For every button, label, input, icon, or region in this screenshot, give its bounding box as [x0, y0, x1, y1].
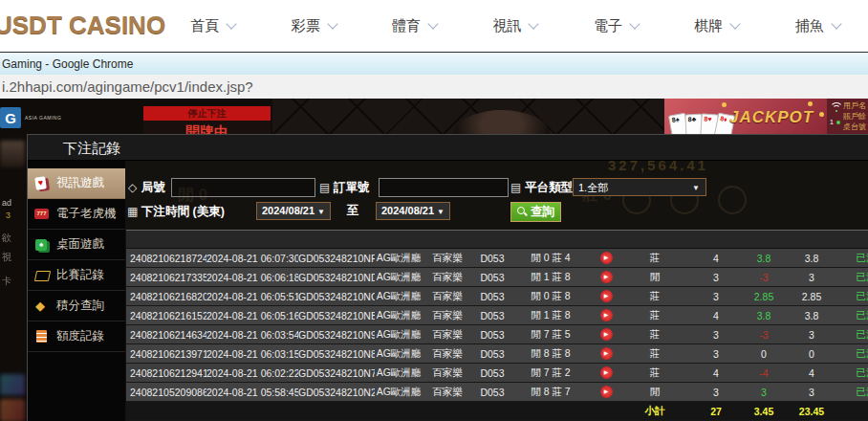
- cell-game-type: 百家樂: [423, 252, 472, 265]
- nav-item[interactable]: 視訊: [492, 17, 537, 35]
- page-fragment: 卡: [2, 275, 11, 288]
- card-suit-icon: ♥: [707, 116, 712, 122]
- cell-table-no: D053: [472, 291, 512, 302]
- replay-button[interactable]: [600, 290, 613, 302]
- replay-button[interactable]: [600, 309, 613, 321]
- table-row: 240821062168207 2024-08-21 06:05:51 GD05…: [126, 287, 868, 306]
- dealer-backdrop: [272, 99, 669, 134]
- replay-button[interactable]: [600, 347, 613, 360]
- cell-game-type: 百家樂: [423, 366, 472, 380]
- page-fragment: 視: [2, 251, 11, 264]
- cell-round-no: GD053248210N9: [298, 329, 375, 341]
- cell-valid-bet: 3: [782, 387, 841, 398]
- window-title: Gaming - Google Chrome: [0, 57, 133, 71]
- modal-body: 視訊遊戲 電子老虎機 桌面遊戲 比賽記錄 積分查詢 額度記錄: [28, 161, 868, 421]
- cell-order-no: 240821062146342: [126, 329, 206, 341]
- cell-replay: [589, 252, 623, 264]
- cell-order-no: 240821052090861: [126, 387, 206, 398]
- sidebar-item[interactable]: 電子老虎機: [28, 199, 125, 230]
- cell-replay: [589, 290, 623, 302]
- cell-status: 已派彩: [841, 309, 868, 322]
- cell-order-no: 240821062161525: [126, 310, 206, 321]
- date-from-picker[interactable]: 2024/08/21▼: [256, 202, 331, 220]
- cell-replay: [589, 271, 623, 283]
- table-row: 240821062161525 2024-08-21 06:05:16 GD05…: [126, 306, 868, 325]
- chevron-down-icon: [227, 18, 237, 29]
- status-dot: [836, 121, 840, 124]
- cell-table-no: D053: [472, 348, 512, 360]
- cell-bet-time: 2024-08-21 06:07:30: [206, 253, 298, 264]
- platform-type-value: 1.全部: [578, 182, 608, 193]
- platform-type-select[interactable]: 1.全部 ▼: [573, 178, 706, 196]
- nav-item-label: 首頁: [190, 17, 219, 35]
- cell-valid-bet: 4: [782, 367, 841, 379]
- nav-item[interactable]: 體育: [392, 17, 437, 35]
- cell-platform: AG歐洲廳: [375, 309, 423, 322]
- chrome-titlebar[interactable]: Gaming - Google Chrome: [0, 52, 868, 75]
- dealer-silhouette: [454, 110, 550, 134]
- cell-result: 閒 7 莊 5: [512, 328, 589, 342]
- cell-bet-on: 莊: [623, 290, 686, 303]
- cell-round-no: GD053248210NC: [298, 291, 375, 302]
- cell-table-no: D053: [472, 272, 512, 283]
- nav-item-label: 視訊: [492, 17, 521, 35]
- platform-list-icon: ▤: [510, 181, 521, 194]
- bet-records-modal: 下注記錄 視訊遊戲 電子老虎機 桌面遊戲 比賽記錄 積分查詢: [27, 134, 868, 421]
- url-text: i.2hhapi.com/agingame/pcv1/index.jsp?: [0, 78, 253, 95]
- cell-result: 閒 0 莊 8: [512, 290, 589, 303]
- to-label: 至: [347, 203, 359, 219]
- nav-item[interactable]: 捕魚: [795, 17, 840, 35]
- cell-bet-on: 莊: [623, 366, 686, 380]
- cell-status: 已派彩: [841, 271, 868, 284]
- sidebar-item[interactable]: 積分查詢: [28, 291, 125, 321]
- cell-valid-bet: 3.8: [782, 310, 841, 321]
- cell-total-bet: 3: [686, 387, 746, 398]
- chevron-down-icon: [831, 18, 841, 29]
- bet-table: 240821062187249 2024-08-21 06:07:30 GD05…: [126, 230, 868, 421]
- panel-number: 1: [830, 119, 834, 125]
- modal-sidebar: 視訊遊戲 電子老虎機 桌面遊戲 比賽記錄 積分查詢 額度記錄: [28, 161, 125, 421]
- cell-platform: AG歐洲廳: [375, 271, 423, 284]
- cell-game-type: 百家樂: [423, 386, 472, 399]
- search-button[interactable]: 查詢: [510, 202, 561, 222]
- cell-round-no: GD053248210N7: [298, 367, 375, 379]
- cell-bet-on: 莊: [623, 309, 686, 322]
- sidebar-item-label: 桌面遊戲: [56, 236, 104, 253]
- sidebar-item[interactable]: 額度記錄: [28, 321, 125, 352]
- replay-button[interactable]: [600, 366, 613, 379]
- cell-payout: 3: [746, 387, 782, 398]
- table-info-panel: 1 用戶名 賬戶餘 桌台號: [827, 99, 868, 134]
- cell-round-no: GD053248210NB: [298, 310, 375, 321]
- nav-item[interactable]: 彩票: [292, 17, 336, 35]
- subtotal-valid-bet: 23.45: [782, 406, 841, 417]
- cell-bet-time: 2024-08-21 06:05:16: [206, 310, 298, 321]
- cell-total-bet: 4: [686, 310, 746, 321]
- date-to-picker[interactable]: 2024/08/21▼: [376, 202, 450, 220]
- cell-platform: AG歐洲廳: [375, 386, 423, 399]
- cell-bet-on: 閒: [623, 386, 686, 399]
- cell-bet-time: 2024-08-21 06:03:54: [206, 329, 298, 341]
- tag-icon: ◇: [128, 181, 137, 194]
- sidebar-item[interactable]: 視訊遊戲: [28, 168, 125, 199]
- nav-item[interactable]: 首頁: [190, 17, 235, 35]
- date-to-value: 2024/08/21: [381, 205, 434, 216]
- cell-game-type: 百家樂: [423, 309, 472, 322]
- round-no-input[interactable]: [171, 178, 315, 197]
- nav-item[interactable]: 電子: [594, 17, 639, 35]
- chrome-urlbar[interactable]: i.2hhapi.com/agingame/pcv1/index.jsp?: [0, 75, 868, 100]
- cell-payout: -4: [746, 367, 782, 379]
- replay-button[interactable]: [600, 328, 613, 341]
- nav-item[interactable]: 棋牌: [694, 17, 739, 35]
- table-row: 240821062129410 2024-08-21 06:02:22 GD05…: [126, 364, 868, 383]
- replay-button[interactable]: [600, 252, 613, 264]
- cell-table-no: D053: [472, 253, 512, 264]
- cell-total-bet: 3: [686, 329, 746, 341]
- cell-status: 已派彩: [841, 386, 868, 399]
- replay-button[interactable]: [600, 271, 613, 283]
- sidebar-item[interactable]: 桌面遊戲: [28, 230, 125, 260]
- chevron-down-icon: [629, 18, 640, 29]
- sidebar-item[interactable]: 比賽記錄: [28, 260, 125, 291]
- replay-button[interactable]: [600, 386, 613, 398]
- order-no-input[interactable]: [379, 178, 509, 197]
- provider-name: ASIA GAMING: [25, 115, 61, 121]
